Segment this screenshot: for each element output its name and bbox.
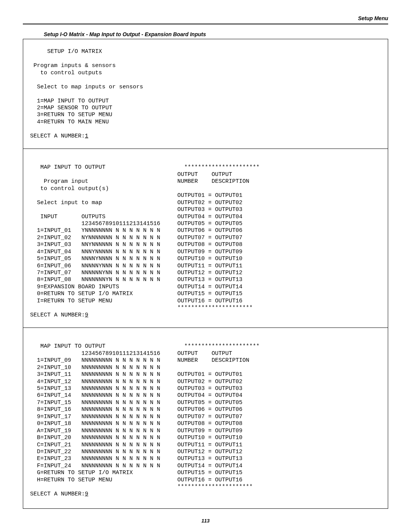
row-l: H=RETURN TO SETUP MENU bbox=[30, 477, 112, 483]
prompt-b-value[interactable]: 9 bbox=[85, 312, 88, 318]
row-r: OUTPUT11 = OUTPUT11 bbox=[177, 263, 242, 269]
terminal-box: SETUP I/O MATRIX Program inputs & sensor… bbox=[23, 39, 388, 509]
out-c: OUTPUT03 = OUTPUT03 bbox=[177, 206, 242, 213]
text: Program inputs & sensors bbox=[30, 62, 116, 69]
row-r: OUTPUT06 = OUTPUT06 bbox=[177, 406, 242, 413]
numline: 12345678910111213141516 bbox=[30, 350, 160, 357]
row-l: 0=INPUT_18 NNNNNNNNN N N N N N N N bbox=[30, 420, 160, 427]
row-l: 7=INPUT_15 NNNNNNNNN N N N N N N N bbox=[30, 399, 160, 406]
row-r: OUTPUT13 = OUTPUT13 bbox=[177, 455, 242, 462]
block-c: MAP INPUT TO OUTPUT ********************… bbox=[30, 336, 381, 498]
sub3: Select input to map bbox=[30, 200, 102, 206]
prompt-c-value[interactable]: 9 bbox=[85, 491, 88, 497]
text: Select to map inputs or sensors bbox=[30, 84, 143, 90]
row-l: C=INPUT_21 NNNNNNNNN N N N N N N N bbox=[30, 442, 160, 448]
row-r: OUTPUT02 = OUTPUT02 bbox=[177, 379, 242, 385]
row-l: 9=EXPANSION BOARD INPUTS bbox=[30, 284, 119, 290]
row-l: 4=INPUT_12 NNNNNNNNN N N N N N N N bbox=[30, 379, 160, 385]
out-d: OUTPUT04 = OUTPUT04 bbox=[177, 214, 242, 220]
sub2: to control output(s) bbox=[30, 185, 109, 192]
prompt-c: SELECT A NUMBER: bbox=[30, 491, 85, 497]
row-r: OUTPUT03 = OUTPUT03 bbox=[177, 385, 242, 392]
row-r: OUTPUT08 = OUTPUT08 bbox=[177, 420, 242, 427]
row-l: 1=INPUT_09 NNNNNNNNN N N N N N N N bbox=[30, 357, 160, 364]
row-r: OUTPUT05 = OUTPUT05 bbox=[177, 399, 242, 406]
section-caption: Setup I-O Matrix - Map Input to Output -… bbox=[44, 31, 388, 37]
block-b-title: MAP INPUT TO OUTPUT bbox=[30, 164, 105, 171]
out-a: OUTPUT01 = OUTPUT01 bbox=[177, 192, 242, 199]
out-e: OUTPUT05 = OUTPUT05 bbox=[177, 220, 242, 227]
row-r: OUTPUT09 = OUTPUT09 bbox=[177, 249, 242, 255]
out-b: OUTPUT02 = OUTPUT02 bbox=[177, 200, 242, 206]
row-l: 4=INPUT_04 NNNYNNNNN N N N N N N N bbox=[30, 249, 160, 255]
page-header-right: Setup Menu bbox=[23, 15, 388, 21]
stars: ********************** bbox=[184, 164, 260, 171]
row-l: I=RETURN TO SETUP MENU bbox=[30, 298, 112, 304]
stars: ********************** bbox=[177, 305, 253, 311]
row-l: F=INPUT_24 NNNNNNNNN N N N N N N N bbox=[30, 463, 160, 469]
row-l: 2=INPUT_10 NNNNNNNNN N N N N N N N bbox=[30, 364, 160, 371]
block-b: MAP INPUT TO OUTPUT ********************… bbox=[30, 157, 381, 319]
text: 3=RETURN TO SETUP MENU bbox=[30, 112, 112, 118]
row-r: OUTPUT07 = OUTPUT07 bbox=[177, 414, 242, 420]
row-r: OUTPUT07 = OUTPUT07 bbox=[177, 235, 242, 241]
row-l: G=RETURN TO SETUP I/O MATRIX bbox=[30, 470, 133, 476]
row-r: OUTPUT12 = OUTPUT12 bbox=[177, 449, 242, 455]
row-l: 5=INPUT_05 NNNNYNNNN N N N N N N N bbox=[30, 256, 160, 262]
prompt-b: SELECT A NUMBER: bbox=[30, 312, 85, 318]
stars: ********************** bbox=[177, 484, 253, 490]
row-r: OUTPUT12 = OUTPUT12 bbox=[177, 270, 242, 276]
row-l: 3=INPUT_11 NNNNNNNNN N N N N N N N bbox=[30, 371, 160, 378]
row-l: 6=INPUT_06 NNNNNYNNN N N N N N N N bbox=[30, 263, 160, 269]
row-l: 8=INPUT_16 NNNNNNNNN N N N N N N N bbox=[30, 406, 160, 413]
block-a-title: SETUP I/O MATRIX bbox=[30, 48, 102, 55]
row-l: 8=INPUT_08 NNNNNNNYN N N N N N N N bbox=[30, 276, 160, 283]
row-l: 2=INPUT_02 NYNNNNNNN N N N N N N N bbox=[30, 235, 160, 241]
page-number: 113 bbox=[23, 518, 388, 524]
text: 2=MAP SENSOR TO OUTPUT bbox=[30, 105, 112, 111]
row-l: 6=INPUT_14 NNNNNNNNN N N N N N N N bbox=[30, 392, 160, 399]
row-r: OUTPUT01 = OUTPUT01 bbox=[177, 371, 242, 378]
row-l: 5=INPUT_13 NNNNNNNNN N N N N N N N bbox=[30, 385, 160, 392]
row-r: OUTPUT15 = OUTPUT15 bbox=[177, 470, 242, 476]
outhdr2: NUMBER DESCRIPTION bbox=[177, 178, 249, 185]
row-l: E=INPUT_23 NNNNNNNNN N N N N N N N bbox=[30, 455, 160, 462]
row-l: 9=INPUT_17 NNNNNNNNN N N N N N N N bbox=[30, 414, 160, 420]
separator bbox=[23, 149, 388, 149]
prompt-a-value[interactable]: 1 bbox=[85, 133, 88, 139]
row-l: 0=RETURN TO SETUP I/O MATRIX bbox=[30, 291, 133, 297]
text: 4=RETURN TO MAIN MENU bbox=[30, 119, 109, 125]
separator bbox=[23, 328, 388, 328]
row-r: OUTPUT14 = OUTPUT14 bbox=[177, 284, 242, 290]
row-l: D=INPUT_22 NNNNNNNNN N N N N N N N bbox=[30, 449, 160, 455]
row-l: B=INPUT_20 NNNNNNNNN N N N N N N N bbox=[30, 435, 160, 441]
outhdr1: OUTPUT OUTPUT bbox=[177, 350, 232, 357]
row-r: OUTPUT16 = OUTPUT16 bbox=[177, 298, 242, 304]
row-r: OUTPUT10 = OUTPUT10 bbox=[177, 256, 242, 262]
row-r: OUTPUT04 = OUTPUT04 bbox=[177, 392, 242, 399]
row-l: 7=INPUT_07 NNNNNNYNN N N N N N N N bbox=[30, 270, 160, 276]
text: 1=MAP INPUT TO OUTPUT bbox=[30, 98, 109, 104]
row-r: OUTPUT16 = OUTPUT16 bbox=[177, 477, 242, 483]
row-r: OUTPUT14 = OUTPUT14 bbox=[177, 463, 242, 469]
colhdr-l: INPUT OUTPUTS bbox=[30, 214, 105, 220]
row-r: OUTPUT10 = OUTPUT10 bbox=[177, 435, 242, 441]
block-c-title: MAP INPUT TO OUTPUT bbox=[30, 343, 105, 350]
row-r: OUTPUT15 = OUTPUT15 bbox=[177, 291, 242, 297]
row-r: OUTPUT09 = OUTPUT09 bbox=[177, 428, 242, 434]
numline: 12345678910111213141516 bbox=[30, 220, 160, 227]
sub1: Program input bbox=[30, 178, 88, 185]
block-a: SETUP I/O MATRIX Program inputs & sensor… bbox=[30, 48, 381, 140]
row-l: 1=INPUT_01 YNNNNNNNN N N N N N N N bbox=[30, 227, 160, 234]
outhdr2: NUMBER DESCRIPTION bbox=[177, 357, 249, 364]
stars: ********************** bbox=[184, 343, 260, 350]
header-rule bbox=[23, 24, 388, 24]
prompt-a: SELECT A NUMBER: bbox=[30, 133, 85, 139]
row-l: A=INPUT_19 NNNNNNNNN N N N N N N N bbox=[30, 428, 160, 434]
row-l: 3=INPUT_03 NNYNNNNNN N N N N N N N bbox=[30, 241, 160, 248]
row-r: OUTPUT11 = OUTPUT11 bbox=[177, 442, 242, 448]
outhdr1: OUTPUT OUTPUT bbox=[177, 171, 232, 178]
row-r: OUTPUT06 = OUTPUT06 bbox=[177, 227, 242, 234]
row-r: OUTPUT08 = OUTPUT08 bbox=[177, 241, 242, 248]
text: to control outputs bbox=[30, 70, 102, 76]
